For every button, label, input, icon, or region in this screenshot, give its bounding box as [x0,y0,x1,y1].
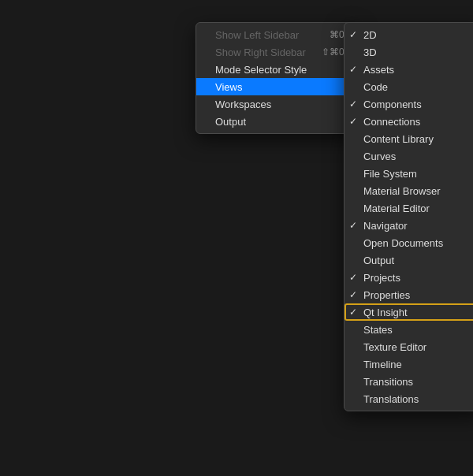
submenu-transitions[interactable]: Transitions [345,373,473,390]
check-projects: ✓ [349,272,357,283]
menu-output[interactable]: Output › [196,113,357,130]
label-open-documents: Open Documents [363,237,443,249]
submenu-texture-editor[interactable]: Texture Editor [345,338,473,355]
workspaces-label: Workspaces [215,99,271,110]
label-translations: Translations [363,393,419,405]
label-material-editor: Material Editor [363,203,430,214]
output-label: Output [215,116,246,128]
submenu-properties[interactable]: ✓ Properties [345,286,473,303]
menu-show-left-sidebar[interactable]: Show Left Sidebar ⌘0 [196,26,357,43]
label-material-browser: Material Browser [363,185,441,197]
show-left-sidebar-shortcut: ⌘0 [314,29,345,40]
show-right-sidebar-shortcut: ⇧⌘0 [306,46,345,58]
submenu-components[interactable]: ✓ Components [345,95,473,113]
submenu-curves[interactable]: Curves [345,147,473,165]
submenu-projects[interactable]: ✓ Projects [345,269,473,286]
label-connections: Connections [363,116,420,128]
submenu-navigator[interactable]: ✓ Navigator [345,217,473,234]
label-curves: Curves [363,151,396,162]
check-connections: ✓ [349,116,357,127]
menu-workspaces[interactable]: Workspaces › [196,95,357,113]
check-qt-insight: ✓ [349,307,357,318]
show-right-sidebar-label: Show Right Sidebar [215,46,306,58]
label-components: Components [363,99,422,110]
submenu-content-library[interactable]: Content Library [345,130,473,147]
submenu-open-documents[interactable]: Open Documents [345,234,473,251]
menu-mode-selector-style[interactable]: Mode Selector Style › [196,61,357,78]
label-code: Code [363,81,388,93]
menu-views[interactable]: Views › [196,78,357,95]
menu-show-right-sidebar[interactable]: Show Right Sidebar ⇧⌘0 [196,43,357,61]
submenu-file-system[interactable]: File System [345,165,473,182]
submenu-material-editor[interactable]: Material Editor [345,199,473,217]
submenu-code[interactable]: Code [345,78,473,95]
label-projects: Projects [363,272,400,284]
submenu-3d[interactable]: 3D [345,43,473,61]
submenu-connections[interactable]: ✓ Connections [345,113,473,130]
label-properties: Properties [363,289,410,301]
label-navigator: Navigator [363,220,408,232]
label-states: States [363,324,393,336]
mode-selector-style-label: Mode Selector Style [215,64,307,76]
submenu-material-browser[interactable]: Material Browser [345,182,473,199]
submenu-output[interactable]: Output [345,251,473,269]
label-assets: Assets [363,64,394,76]
label-texture-editor: Texture Editor [363,341,426,353]
view-menu: Show Left Sidebar ⌘0 Show Right Sidebar … [196,22,358,134]
submenu-2d[interactable]: ✓ 2D [345,26,473,43]
check-navigator: ✓ [349,220,357,231]
submenu-assets[interactable]: ✓ Assets [345,61,473,78]
submenu-qt-insight[interactable]: ✓ Qt Insight [345,303,473,321]
submenu-states[interactable]: States [345,321,473,338]
label-timeline: Timeline [363,359,402,370]
show-left-sidebar-label: Show Left Sidebar [215,29,299,41]
label-content-library: Content Library [363,133,434,145]
views-submenu: ✓ 2D 3D ✓ Assets Code ✓ Components ✓ Con… [344,22,473,411]
check-properties: ✓ [349,289,357,300]
label-transitions: Transitions [363,376,413,388]
label-file-system: File System [363,168,417,180]
check-2d: ✓ [349,29,357,40]
check-assets: ✓ [349,64,357,75]
submenu-translations[interactable]: Translations [345,390,473,407]
submenu-timeline[interactable]: Timeline [345,355,473,373]
views-label: Views [215,81,242,93]
label-output: Output [363,255,394,266]
label-2d: 2D [363,29,377,41]
label-3d: 3D [363,46,377,58]
label-qt-insight: Qt Insight [363,307,408,318]
check-components: ✓ [349,99,357,110]
